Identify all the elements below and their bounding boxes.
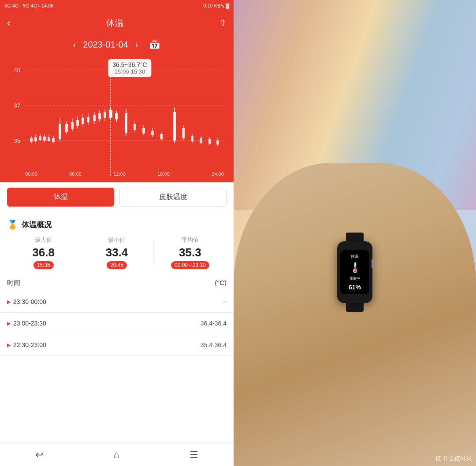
- min-card: 最小值 33.4 20:45: [80, 236, 153, 269]
- max-label: 最大值: [7, 236, 80, 244]
- svg-rect-15: [48, 137, 50, 141]
- watch-title: 体温: [351, 254, 359, 259]
- list-item[interactable]: ▶ 23:30-00:00 --: [0, 291, 234, 313]
- max-value: 36.8: [7, 246, 80, 259]
- svg-rect-38: [109, 110, 112, 118]
- watermark: 值 什么值得买: [435, 455, 472, 462]
- svg-rect-23: [71, 122, 74, 129]
- summary-section: 🏅 体温概况 最大值 36.8 15:35 最小值 33.4 20:45 平均值: [0, 212, 234, 273]
- list-header: 时间 (°C): [0, 273, 234, 291]
- date-display: 2023-01-04: [83, 40, 128, 50]
- svg-text:18:00: 18:00: [157, 171, 170, 177]
- watch-therm-icon: 🌡️: [349, 262, 361, 274]
- tab-body-temp[interactable]: 体温: [7, 188, 114, 207]
- network-speed: 0:10 KB/s: [203, 3, 224, 8]
- svg-text:06:00: 06:00: [69, 171, 82, 177]
- watch-band-top: [346, 233, 364, 241]
- nav-back-button[interactable]: ↩: [35, 449, 43, 461]
- list-item[interactable]: ▶ 23:00-23:30 36.4-36.4: [0, 313, 234, 334]
- avg-card: 平均值 35.3 00:00 - 23:10: [154, 236, 227, 269]
- min-value: 33.4: [80, 246, 153, 259]
- photo-simulation: 体温 🌡️ 测量中 61% 值 什么值得买: [234, 0, 476, 466]
- battery-icon: ▓: [226, 3, 229, 8]
- item-value-0: --: [223, 298, 227, 305]
- svg-rect-17: [52, 138, 55, 142]
- summary-icon: 🏅: [7, 219, 18, 230]
- svg-text:00:00: 00:00: [25, 171, 37, 177]
- right-panel: 体温 🌡️ 测量中 61% 值 什么值得买: [234, 0, 476, 466]
- nav-home-button[interactable]: ⌂: [113, 449, 119, 461]
- list-unit-col: (°C): [215, 279, 227, 287]
- svg-rect-60: [208, 139, 211, 144]
- status-bar: 5G 4G+ 5G 4G+ 14:06 0:10 KB/s ▓: [0, 0, 234, 11]
- status-bar-right: 0:10 KB/s ▓: [203, 3, 229, 8]
- svg-rect-27: [82, 118, 84, 124]
- svg-rect-31: [93, 115, 96, 121]
- nav-menu-button[interactable]: ☰: [190, 449, 198, 461]
- avg-label: 平均值: [154, 236, 227, 244]
- watch-side-button: [372, 259, 374, 268]
- svg-rect-42: [125, 113, 127, 133]
- back-button[interactable]: ‹: [7, 17, 11, 29]
- item-value-2: 35.4-36.4: [201, 341, 227, 348]
- max-card: 最大值 36.8 15:35: [7, 236, 80, 269]
- next-date-button[interactable]: ›: [135, 40, 138, 50]
- item-value-1: 36.4-36.4: [201, 320, 227, 327]
- item-time-1: ▶ 23:00-23:30: [7, 320, 46, 327]
- svg-rect-58: [200, 138, 202, 143]
- summary-header: 🏅 体温概况: [7, 219, 227, 230]
- svg-rect-21: [65, 124, 68, 132]
- watch-band-bottom: [346, 303, 364, 312]
- tab-buttons: 体温 皮肤温度: [0, 182, 234, 212]
- watch-percent: 61%: [349, 284, 361, 291]
- svg-rect-48: [151, 131, 154, 135]
- svg-text:24:00: 24:00: [212, 171, 224, 177]
- summary-title: 体温概况: [22, 220, 52, 230]
- svg-text:12:00: 12:00: [113, 171, 126, 177]
- svg-rect-19: [59, 124, 61, 139]
- min-time: 20:45: [107, 261, 127, 269]
- status-bar-left: 5G 4G+ 5G 4G+ 14:06: [4, 3, 53, 8]
- play-icon-0: ▶: [7, 299, 11, 305]
- list-items: ▶ 23:30-00:00 -- ▶ 23:00-23:30 36.4-36.4…: [0, 291, 234, 356]
- svg-rect-50: [160, 134, 163, 139]
- date-nav: ‹ 2023-01-04 › 📅: [7, 39, 227, 50]
- signal-icons: 5G 4G+: [4, 3, 22, 8]
- svg-rect-62: [216, 141, 219, 144]
- calendar-button[interactable]: 📅: [149, 39, 160, 50]
- list-item[interactable]: ▶ 22:30-23:00 35.4-36.4: [0, 334, 234, 356]
- avg-value: 35.3: [154, 246, 227, 259]
- temperature-chart: 40 37 35: [7, 55, 227, 182]
- list-time-col: 时间: [7, 279, 20, 287]
- svg-rect-25: [76, 120, 79, 126]
- watch-body: 体温 🌡️ 测量中 61%: [337, 241, 372, 303]
- min-label: 最小值: [80, 236, 153, 244]
- prev-date-button[interactable]: ‹: [73, 40, 76, 50]
- svg-rect-40: [115, 113, 118, 119]
- svg-rect-56: [191, 136, 193, 141]
- time-display: 5G 4G+ 14:06: [23, 3, 53, 8]
- svg-text:40: 40: [14, 67, 20, 74]
- watch-measuring: 测量中: [350, 276, 360, 281]
- watch-device: 体温 🌡️ 测量中 61%: [333, 233, 377, 303]
- summary-cards-row: 最大值 36.8 15:35 最小值 33.4 20:45 平均值 35.3 0…: [7, 236, 227, 269]
- svg-rect-9: [34, 137, 37, 141]
- svg-text:35: 35: [14, 137, 20, 144]
- svg-rect-46: [142, 128, 145, 133]
- chart-container: 40 37 35: [7, 55, 227, 182]
- item-time-0: ▶ 23:30-00:00: [7, 298, 46, 305]
- avg-time-range: 00:00 - 23:10: [171, 261, 209, 269]
- svg-rect-35: [104, 112, 106, 118]
- svg-rect-33: [98, 113, 101, 119]
- svg-rect-54: [182, 128, 185, 138]
- left-panel: 5G 4G+ 5G 4G+ 14:06 0:10 KB/s ▓ ‹ 体温 ⇧ ‹…: [0, 0, 234, 466]
- tab-skin-temp[interactable]: 皮肤温度: [119, 188, 227, 207]
- play-icon-1: ▶: [7, 321, 11, 326]
- svg-rect-29: [87, 117, 89, 122]
- svg-rect-44: [134, 124, 136, 130]
- wrist-area: [234, 163, 476, 466]
- svg-rect-11: [39, 136, 41, 140]
- app-header: ‹ 体温 ⇧: [0, 11, 234, 34]
- item-time-2: ▶ 22:30-23:00: [7, 341, 46, 348]
- share-button[interactable]: ⇧: [219, 18, 227, 28]
